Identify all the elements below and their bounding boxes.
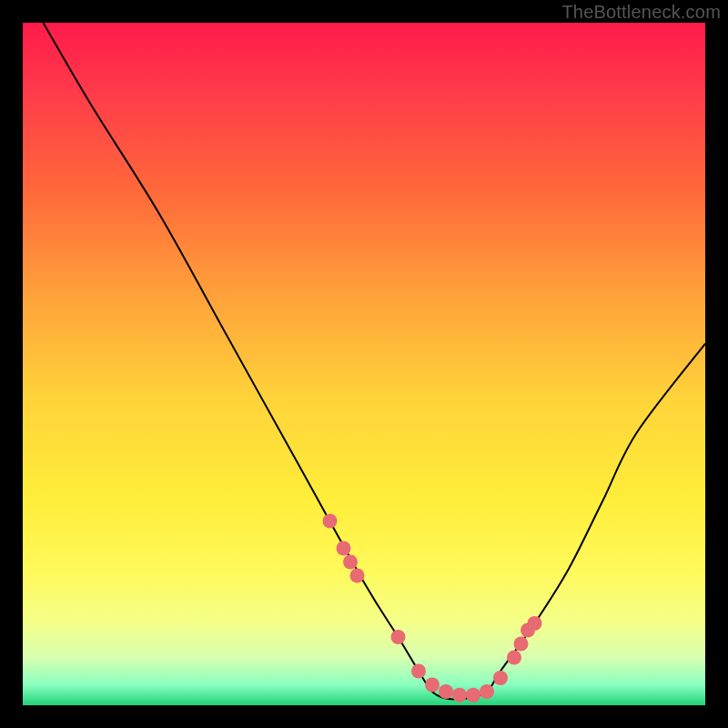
plot-area	[23, 23, 705, 705]
highlight-dot	[337, 541, 351, 556]
highlight-dot	[343, 555, 358, 570]
highlight-dot	[507, 651, 521, 665]
highlight-dots	[323, 514, 542, 703]
highlight-dot	[439, 684, 453, 699]
highlight-dot	[466, 688, 480, 703]
chart-frame: TheBottleneck.com	[0, 0, 728, 728]
highlight-dot	[514, 637, 529, 652]
highlight-dot	[528, 616, 542, 631]
watermark-text: TheBottleneck.com	[561, 2, 721, 23]
highlight-dot	[493, 671, 508, 685]
highlight-dot	[411, 664, 426, 679]
highlight-dot	[323, 514, 338, 529]
highlight-dot	[480, 684, 494, 699]
highlight-dot	[350, 569, 365, 583]
bottleneck-curve	[44, 23, 706, 699]
highlight-dot	[425, 678, 440, 693]
highlight-dot	[391, 630, 406, 644]
chart-svg	[23, 23, 705, 705]
highlight-dot	[452, 688, 467, 703]
